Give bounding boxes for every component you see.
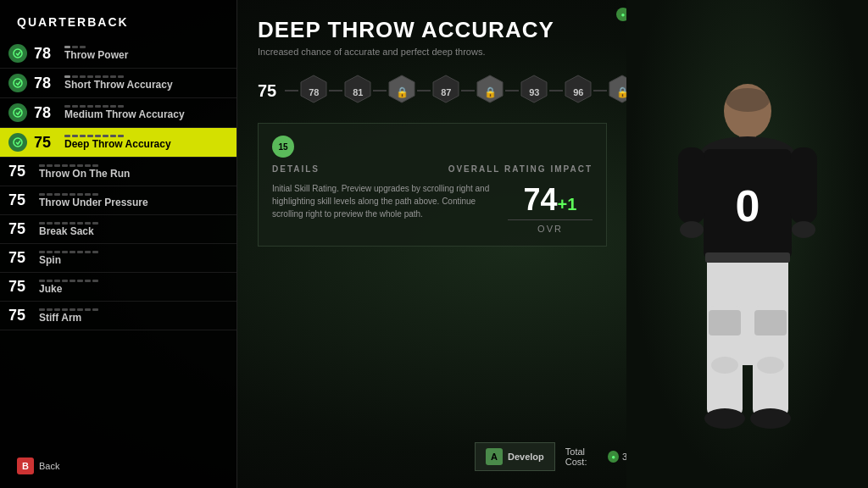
skill-info: Deep Throw Accuracy	[64, 135, 171, 150]
node-label-3: 87	[441, 77, 451, 108]
node-label-2: 🔒	[396, 77, 409, 108]
skill-item-8[interactable]: 75 Juke	[0, 273, 236, 302]
skill-icon-2	[8, 103, 27, 122]
skill-name: Break Sack	[39, 225, 98, 237]
skill-icon-3	[8, 133, 27, 152]
path-node-6: 96	[563, 74, 593, 108]
skill-rating: 75	[8, 191, 32, 209]
details-text: Initial Skill Rating. Preview upgrades b…	[272, 182, 491, 234]
skill-item-1[interactable]: 78 Short Throw Accuracy	[0, 69, 236, 98]
skill-name: Spin	[39, 254, 98, 266]
skill-item-4[interactable]: 75 Throw On The Run	[0, 158, 236, 186]
svg-rect-26	[705, 252, 790, 263]
node-label-1: 81	[353, 77, 363, 108]
svg-point-2	[14, 108, 22, 117]
path-connector-5	[505, 90, 519, 92]
details-panel: 15 DETAILS OVERALL RATING IMPACT Initial…	[258, 123, 607, 247]
skill-info: Break Sack	[39, 222, 98, 237]
a-button-icon: A	[486, 448, 503, 465]
path-node-2: 🔒	[387, 74, 417, 108]
skill-rating: 75	[8, 307, 32, 324]
player-figure: 0	[654, 64, 841, 488]
skill-name: Medium Throw Accuracy	[64, 108, 185, 120]
svg-point-0	[14, 49, 22, 58]
svg-point-29	[711, 357, 738, 374]
skill-dots	[39, 193, 148, 196]
node-label-5: 93	[529, 77, 539, 108]
skill-info: Throw Under Pressure	[39, 193, 148, 208]
svg-point-27	[704, 408, 745, 429]
develop-button[interactable]: A Develop	[475, 442, 555, 471]
details-body: Initial Skill Rating. Preview upgrades b…	[272, 182, 593, 234]
back-button[interactable]: B Back	[17, 458, 59, 474]
panel-title: QUARTERBACK	[0, 8, 236, 39]
node-label-7: 🔒	[616, 77, 629, 108]
skill-item-7[interactable]: 75 Spin	[0, 244, 236, 273]
skill-item-0[interactable]: 78 Throw Power	[0, 39, 236, 69]
path-node-5: 93	[519, 74, 549, 108]
details-header: DETAILS OVERALL RATING IMPACT	[272, 164, 593, 174]
skill-dots	[39, 280, 98, 282]
svg-point-3	[14, 138, 22, 147]
skill-name: Throw Under Pressure	[39, 197, 148, 208]
cost-label: Total Cost:	[565, 446, 605, 467]
skill-path: 75 78 81 🔒 87 🔒	[258, 74, 607, 108]
rating-impact-label: OVERALL RATING IMPACT	[448, 164, 593, 174]
skill-name: Deep Throw Accuracy	[64, 138, 171, 150]
skill-item-2[interactable]: 78 Medium Throw Accuracy	[0, 98, 236, 128]
skill-rating: 75	[8, 163, 32, 180]
details-label: DETAILS	[272, 164, 320, 174]
skill-dots	[39, 222, 98, 225]
node-label-6: 96	[573, 77, 583, 108]
svg-point-1	[14, 79, 22, 87]
skill-name: Stiff Arm	[39, 312, 98, 324]
svg-text:0: 0	[735, 181, 760, 230]
svg-point-28	[750, 408, 791, 429]
path-connector-2	[373, 90, 387, 92]
skill-item-6[interactable]: 75 Break Sack	[0, 215, 236, 244]
path-node-3: 87	[431, 74, 461, 108]
main-content: DEEP THROW ACCURACY Increased chance of …	[237, 0, 627, 488]
skill-name: Short Throw Accuracy	[64, 79, 173, 91]
skill-item-9[interactable]: 75 Stiff Arm	[0, 302, 236, 330]
skill-item-5[interactable]: 75 Throw Under Pressure	[0, 186, 236, 215]
skill-info: Short Throw Accuracy	[64, 75, 173, 91]
bottom-bar: A Develop Total Cost: ● 3	[475, 442, 627, 471]
skill-info: Stiff Arm	[39, 308, 98, 324]
ovr-number: 74	[524, 182, 558, 217]
cost-coin-icon: ●	[608, 451, 619, 463]
back-label: Back	[39, 461, 59, 471]
level-badge: 15	[272, 136, 294, 158]
path-node-1: 81	[342, 74, 373, 108]
node-label-0: 78	[309, 77, 319, 108]
skill-rating: 75	[8, 249, 32, 267]
path-nodes: 78 81 🔒 87 🔒 93	[285, 74, 637, 108]
skill-item-3[interactable]: 75 Deep Throw Accuracy	[0, 128, 236, 158]
skills-list: 78 Throw Power 78 Short Throw Accuracy 7…	[0, 39, 236, 330]
skill-name: Throw Power	[64, 49, 128, 61]
skill-info: Juke	[39, 280, 98, 295]
skill-dots	[39, 308, 98, 311]
skill-rating: 78	[34, 45, 58, 63]
path-connector-7	[593, 90, 607, 92]
node-label-4: 🔒	[484, 77, 497, 108]
skill-info: Medium Throw Accuracy	[64, 105, 185, 120]
skill-icon-1	[8, 74, 27, 92]
path-connector-4	[461, 90, 475, 92]
skill-name: Throw On The Run	[39, 168, 130, 180]
svg-point-19	[680, 221, 704, 238]
b-button-icon: B	[17, 458, 34, 474]
skill-dots	[64, 46, 128, 48]
path-connector-0	[285, 90, 298, 92]
path-connector-1	[329, 90, 342, 92]
skill-title: DEEP THROW ACCURACY	[258, 17, 607, 43]
skill-dots	[64, 75, 173, 78]
current-value: 75	[258, 81, 276, 101]
skill-rating: 75	[34, 134, 58, 152]
svg-rect-24	[709, 310, 741, 336]
rating-impact: 74+1 OVR	[508, 182, 593, 234]
develop-label: Develop	[508, 452, 544, 462]
skill-rating: 75	[8, 278, 32, 296]
ovr-plus: +1	[558, 195, 577, 214]
player-area: 0	[626, 0, 868, 488]
